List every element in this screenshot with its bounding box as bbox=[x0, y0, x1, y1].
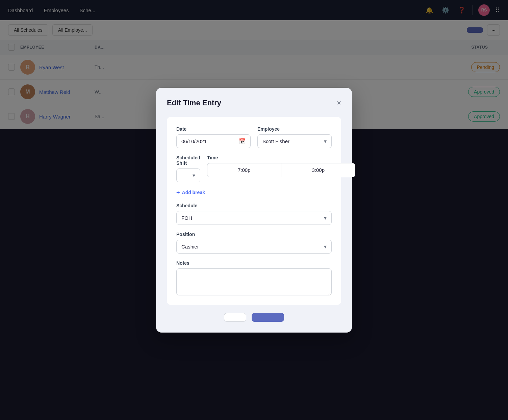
add-break-label: Add break bbox=[182, 190, 205, 195]
date-label: Date bbox=[176, 126, 251, 132]
modal-overlay[interactable]: Edit Time Entry × Date 06/10/2021 📅 Empl… bbox=[0, 0, 508, 420]
close-button[interactable]: × bbox=[337, 99, 341, 107]
schedule-value: FOH bbox=[181, 215, 192, 221]
form-row-date-employee: Date 06/10/2021 📅 Employee Scott Fisher … bbox=[176, 126, 332, 148]
schedule-label: Schedule bbox=[176, 203, 332, 208]
date-value: 06/10/2021 bbox=[181, 138, 207, 144]
date-input-wrapper[interactable]: 06/10/2021 📅 bbox=[176, 134, 251, 148]
chevron-down-icon: ▾ bbox=[324, 138, 327, 145]
add-break-button[interactable]: + Add break bbox=[176, 189, 332, 196]
form-row-shift-time: Scheduled Shift ▾ Time bbox=[176, 155, 332, 182]
edit-time-entry-modal: Edit Time Entry × Date 06/10/2021 📅 Empl… bbox=[156, 88, 352, 333]
chevron-down-icon: ▾ bbox=[324, 243, 327, 250]
employee-select[interactable]: Scott Fisher ▾ bbox=[257, 134, 332, 148]
notes-textarea[interactable] bbox=[176, 268, 332, 295]
modal-body: Date 06/10/2021 📅 Employee Scott Fisher … bbox=[167, 117, 341, 305]
plus-icon: + bbox=[176, 189, 180, 196]
modal-title: Edit Time Entry bbox=[167, 99, 221, 107]
modal-header: Edit Time Entry × bbox=[167, 99, 341, 107]
position-select[interactable]: Cashier ▾ bbox=[176, 240, 332, 254]
employee-label: Employee bbox=[257, 126, 332, 132]
time-from-input[interactable] bbox=[207, 164, 281, 176]
time-to-input[interactable] bbox=[281, 164, 355, 176]
date-field-group: Date 06/10/2021 📅 bbox=[176, 126, 251, 148]
save-button[interactable] bbox=[252, 313, 284, 322]
employee-field-group: Employee Scott Fisher ▾ bbox=[257, 126, 332, 148]
chevron-down-icon: ▾ bbox=[324, 215, 327, 221]
notes-label: Notes bbox=[176, 260, 332, 266]
schedule-select[interactable]: FOH ▾ bbox=[176, 211, 332, 225]
position-label: Position bbox=[176, 232, 332, 237]
employee-value: Scott Fisher bbox=[262, 138, 289, 144]
scheduled-shift-select[interactable]: ▾ bbox=[176, 168, 200, 182]
time-label: Time bbox=[207, 155, 356, 160]
notes-field-group: Notes bbox=[176, 260, 332, 295]
time-field-group: Time bbox=[207, 155, 356, 182]
scheduled-shift-label: Scheduled Shift bbox=[176, 155, 200, 166]
position-value: Cashier bbox=[181, 244, 199, 250]
chevron-down-icon: ▾ bbox=[193, 172, 195, 179]
scheduled-shift-group: Scheduled Shift ▾ bbox=[176, 155, 200, 182]
position-field-group: Position Cashier ▾ bbox=[176, 232, 332, 254]
schedule-field-group: Schedule FOH ▾ bbox=[176, 203, 332, 225]
calendar-icon: 📅 bbox=[239, 138, 246, 145]
cancel-button[interactable] bbox=[224, 313, 246, 322]
time-input-wrapper bbox=[207, 163, 356, 177]
modal-footer bbox=[167, 313, 341, 322]
